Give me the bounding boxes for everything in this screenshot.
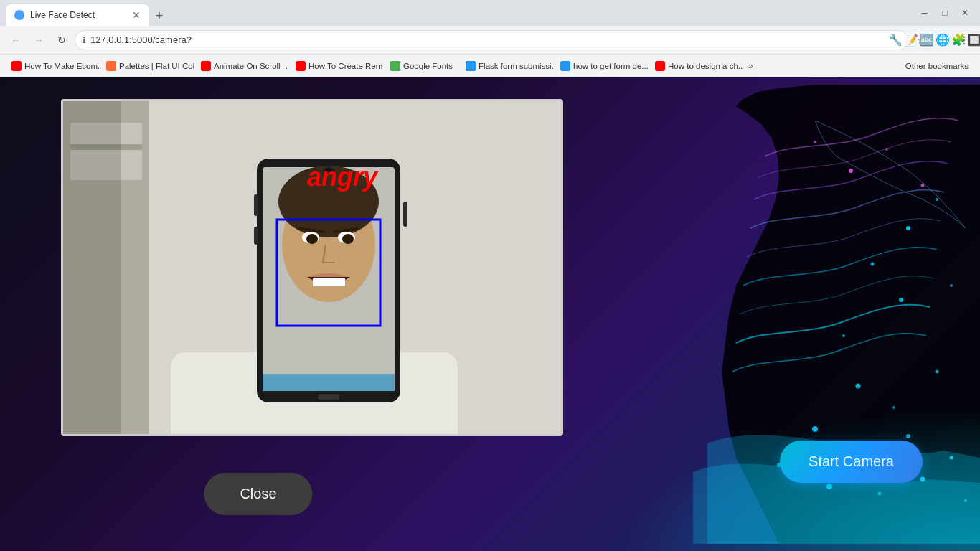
camera-content-svg	[63, 101, 563, 436]
bookmarks-more-button[interactable]: »	[744, 58, 758, 74]
svg-rect-45	[254, 194, 258, 216]
address-bar[interactable]: ℹ 127.0.0.1:5000/camera?	[75, 30, 908, 50]
more-button[interactable]: ⋮	[954, 30, 974, 50]
svg-point-1	[885, 148, 888, 151]
svg-point-4	[906, 226, 910, 230]
bookmark-favicon	[106, 61, 116, 71]
bookmark-favicon	[390, 61, 400, 71]
back-button[interactable]: ←	[6, 30, 26, 50]
bookmark-favicon	[11, 61, 22, 71]
start-camera-button[interactable]: Start Camera	[780, 441, 923, 483]
bookmark-label: Animate On Scroll -...	[214, 62, 288, 70]
other-bookmarks-button[interactable]: Other bookmarks	[900, 59, 974, 73]
active-tab[interactable]: Live Face Detect ✕	[6, 4, 149, 26]
bookmark-label: Google Fonts	[403, 62, 453, 70]
svg-point-0	[849, 169, 853, 173]
browser-frame: Live Face Detect ✕ + ─ □ ✕ ← → ↻ ℹ 127.0…	[0, 0, 980, 551]
nav-actions: ☆ 🔧 📝 🔤 🌐 🧩 🔲 ⭕ ⋮	[911, 30, 974, 50]
nav-bar: ← → ↻ ℹ 127.0.0.1:5000/camera? ☆ 🔧 📝 🔤 🌐…	[0, 26, 980, 55]
title-bar: Live Face Detect ✕ + ─ □ ✕	[0, 0, 980, 26]
bookmark-label: How To Create Rem...	[308, 62, 383, 70]
svg-rect-44	[318, 394, 339, 400]
svg-point-15	[906, 434, 910, 438]
refresh-button[interactable]: ↻	[52, 30, 72, 50]
svg-point-5	[936, 198, 938, 201]
new-tab-button[interactable]: +	[149, 6, 169, 26]
bookmark-item[interactable]: Palettes | Flat UI Col...	[100, 58, 194, 74]
close-button[interactable]: Close	[204, 473, 312, 515]
bookmark-label: How to design a ch...	[668, 62, 743, 70]
svg-point-9	[842, 334, 845, 337]
svg-point-6	[871, 263, 875, 266]
page-content: angry Close Start Camera	[0, 77, 980, 551]
svg-point-16	[950, 456, 953, 460]
bookmark-favicon	[560, 61, 570, 71]
bookmark-label: How To Make Ecom...	[24, 62, 99, 70]
svg-point-12	[936, 370, 939, 374]
svg-rect-26	[63, 101, 121, 436]
svg-point-2	[921, 184, 925, 187]
lock-icon: ℹ	[83, 35, 86, 45]
bookmark-item[interactable]: How To Make Ecom...	[6, 58, 99, 74]
tab-title: Live Face Detect	[30, 10, 95, 20]
svg-point-19	[878, 492, 882, 496]
bookmark-item[interactable]: How to design a ch...	[649, 58, 743, 74]
bookmark-favicon	[201, 61, 211, 71]
svg-rect-46	[254, 227, 258, 245]
forward-button[interactable]: →	[29, 30, 49, 50]
tab-close-button[interactable]: ✕	[132, 9, 141, 21]
bookmark-item[interactable]: How To Create Rem...	[290, 58, 383, 74]
svg-point-13	[812, 426, 818, 432]
tab-area: Live Face Detect ✕ +	[6, 0, 913, 26]
bookmark-label: how to get form de...	[573, 62, 648, 70]
svg-point-3	[814, 141, 816, 143]
bookmark-favicon	[655, 61, 665, 71]
svg-point-20	[920, 477, 925, 482]
bookmark-favicon	[466, 61, 476, 71]
svg-point-11	[892, 406, 895, 409]
svg-point-8	[950, 284, 953, 287]
bookmark-item[interactable]: Google Fonts	[385, 58, 458, 74]
svg-point-21	[964, 499, 967, 502]
window-controls: ─ □ ✕	[915, 4, 974, 22]
svg-rect-47	[403, 202, 407, 227]
svg-rect-43	[263, 374, 395, 391]
svg-point-37	[306, 234, 318, 244]
close-window-button[interactable]: ✕	[956, 4, 974, 22]
emotion-label: angry	[307, 162, 377, 192]
svg-rect-41	[313, 278, 345, 286]
wave-svg	[564, 77, 980, 551]
camera-feed-container: angry	[61, 99, 563, 436]
bookmarks-bar: How To Make Ecom... Palettes | Flat UI C…	[0, 55, 980, 77]
bookmark-item[interactable]: Flask form submissi...	[460, 58, 553, 74]
bookmark-label: Palettes | Flat UI Col...	[119, 62, 194, 70]
extensions-area: 🔧 📝 🔤 🌐 🧩 🔲 ⭕	[933, 30, 953, 50]
tab-favicon	[14, 10, 24, 20]
url-text: 127.0.0.1:5000/camera?	[90, 34, 900, 45]
bookmark-favicon	[296, 61, 306, 71]
svg-point-7	[899, 298, 903, 302]
bookmark-label: Flask form submissi...	[479, 62, 553, 70]
svg-point-10	[856, 384, 861, 389]
right-decoration	[564, 77, 980, 551]
bookmark-item[interactable]: how to get form de...	[555, 58, 648, 74]
minimize-button[interactable]: ─	[915, 4, 934, 22]
svg-point-18	[826, 484, 832, 489]
svg-point-38	[342, 234, 354, 244]
bookmark-item[interactable]: Animate On Scroll -...	[195, 58, 288, 74]
maximize-button[interactable]: □	[936, 4, 954, 22]
